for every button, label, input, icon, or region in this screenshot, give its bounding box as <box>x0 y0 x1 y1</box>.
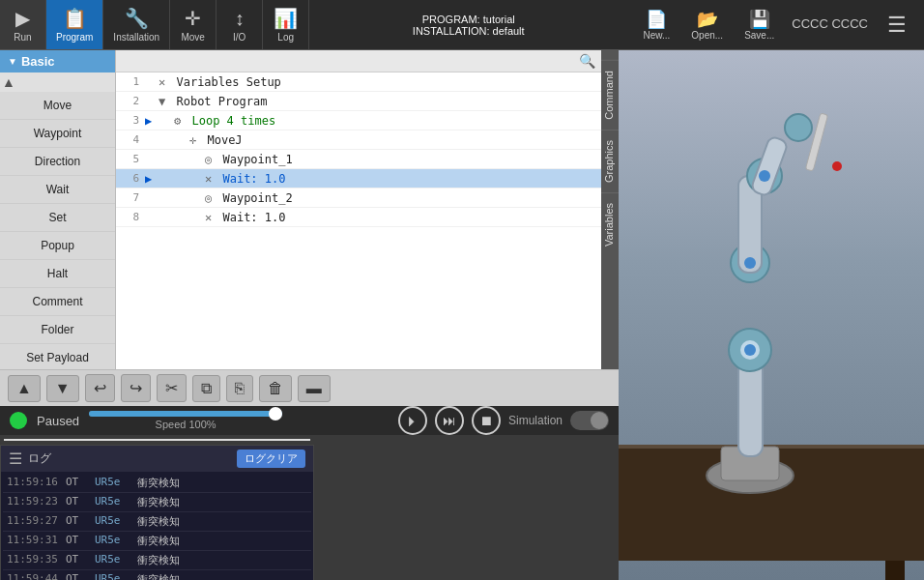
log-msg: 衝突検知 <box>137 572 180 580</box>
program-area: Basic ▲ Move Waypoint Direction Wait Set… <box>0 50 619 369</box>
log-time: 11:59:31 <box>7 534 60 548</box>
svg-point-12 <box>744 344 756 356</box>
new-button[interactable]: 📄 New... <box>635 5 678 44</box>
list-item: 11:59:23 OT UR5e 衝突検知 <box>3 493 311 512</box>
search-input[interactable] <box>122 54 579 68</box>
sidebar-item-waypoint[interactable]: Waypoint <box>0 120 115 148</box>
toolbar-installation-button[interactable]: 🔧 Installation <box>103 0 170 49</box>
open-button[interactable]: 📂 Open... <box>683 5 731 44</box>
open-icon: 📂 <box>697 9 718 30</box>
sidebar-item-move[interactable]: Move <box>0 92 115 120</box>
undo-button[interactable]: ↩ <box>85 374 115 402</box>
speed-thumb[interactable] <box>269 407 282 420</box>
log-clear-button[interactable]: ログクリア <box>237 450 305 468</box>
log-icon: 📊 <box>274 7 298 30</box>
log-src: UR5e <box>95 514 131 529</box>
move-icon: ✛ <box>185 7 201 30</box>
table-row[interactable]: 8 ✕ Wait: 1.0 <box>116 208 601 227</box>
program-icon: 📋 <box>63 7 87 30</box>
sidebar-header: Basic <box>0 50 115 72</box>
move-down-button[interactable]: ▼ <box>46 375 79 402</box>
stop-button[interactable]: ⏹ <box>472 406 501 435</box>
log-type: OT <box>66 572 89 580</box>
tab-graphics[interactable]: Graphics <box>601 130 619 192</box>
menu-button[interactable]: ☰ <box>878 13 916 38</box>
log-title: ログ <box>28 450 51 467</box>
toolbar-move-button[interactable]: ✛ Move <box>170 0 217 49</box>
io-label: I/O <box>233 32 245 43</box>
sim-toggle-thumb <box>591 412 608 429</box>
log-time: 11:59:44 <box>7 572 60 580</box>
sidebar-item-halt[interactable]: Halt <box>0 260 115 288</box>
toolbar-log-button[interactable]: 📊 Log <box>263 0 309 49</box>
copy-button[interactable]: ⧉ <box>192 375 220 402</box>
cut-button[interactable]: ✂ <box>157 374 187 402</box>
sidebar-scroll-up[interactable]: ▲ <box>0 72 115 92</box>
log-entries: 11:59:16 OT UR5e 衝突検知 11:59:23 OT UR5e 衝… <box>1 472 313 580</box>
move-label: Move <box>181 32 204 43</box>
log-type: OT <box>66 495 89 509</box>
status-indicator <box>10 412 27 429</box>
log-type: OT <box>66 514 89 529</box>
empty-area <box>4 439 310 441</box>
program-info: PROGRAM: tutorial INSTALLATION: default <box>309 0 627 49</box>
log-src: UR5e <box>95 534 131 548</box>
log-msg: 衝突検知 <box>137 534 180 548</box>
play-button[interactable]: ⏵ <box>398 406 427 435</box>
bottom-area: ☰ ログ ログクリア 11:59:16 OT UR5e 衝突検知 11:59:2… <box>0 435 619 580</box>
redo-button[interactable]: ↪ <box>121 374 151 402</box>
tab-command[interactable]: Command <box>601 60 619 130</box>
paste-button[interactable]: ⎘ <box>226 375 253 402</box>
sidebar-item-folder[interactable]: Folder <box>0 316 115 344</box>
installation-icon: 🔧 <box>125 7 149 30</box>
program-search: 🔍 <box>116 50 601 72</box>
tab-variables[interactable]: Variables <box>601 192 619 256</box>
toolbar-run-button[interactable]: ▶ Run <box>0 0 46 49</box>
toolbar: ▶ Run 📋 Program 🔧 Installation ✛ Move ↕ … <box>0 0 924 50</box>
sidebar-item-set-payload[interactable]: Set Payload <box>0 344 115 372</box>
simulation-label: Simulation <box>508 414 563 427</box>
table-row[interactable]: 5 ◎ Waypoint_1 <box>116 150 601 169</box>
log-time: 11:59:27 <box>7 514 60 529</box>
log-msg: 衝突検知 <box>137 476 180 490</box>
table-row[interactable]: 3 ▶ ⚙ Loop 4 times <box>116 111 601 130</box>
toolbar-program-button[interactable]: 📋 Program <box>46 0 103 49</box>
move-up-button[interactable]: ▲ <box>8 375 41 402</box>
speed-slider[interactable] <box>89 411 282 417</box>
io-icon: ↕ <box>235 8 245 30</box>
suppress-button[interactable]: ▬ <box>298 375 331 402</box>
skip-button[interactable]: ⏭ <box>435 406 464 435</box>
list-item: 11:59:27 OT UR5e 衝突検知 <box>3 512 311 532</box>
sidebar-item-direction[interactable]: Direction <box>0 148 115 176</box>
log-header: ☰ ログ ログクリア <box>1 446 313 472</box>
sidebar-item-wait[interactable]: Wait <box>0 176 115 204</box>
table-row[interactable]: 6 ▶ ✕ Wait: 1.0 <box>116 169 601 188</box>
toolbar-io-button[interactable]: ↕ I/O <box>217 0 263 49</box>
playback-controls: ⏵ ⏭ ⏹ Simulation <box>398 406 609 435</box>
sidebar-item-set[interactable]: Set <box>0 204 115 232</box>
delete-button[interactable]: 🗑 <box>259 375 292 402</box>
svg-point-11 <box>832 161 842 171</box>
search-icon[interactable]: 🔍 <box>579 53 595 69</box>
speed-label: Speed 100% <box>156 419 217 430</box>
save-icon: 💾 <box>749 9 770 30</box>
log-time: 11:59:23 <box>7 495 60 509</box>
list-item: 11:59:35 OT UR5e 衝突検知 <box>3 551 311 570</box>
status-text: Paused <box>37 414 79 428</box>
cccc-display: CCCC CCCC <box>788 15 872 33</box>
prog-toolbar: ▲ ▼ ↩ ↪ ✂ ⧉ ⎘ 🗑 ▬ <box>0 369 619 406</box>
table-row[interactable]: 2 ▼ Robot Program <box>116 92 601 111</box>
save-button[interactable]: 💾 Save... <box>736 5 782 44</box>
sidebar: Basic ▲ Move Waypoint Direction Wait Set… <box>0 50 116 369</box>
list-item: 11:59:31 OT UR5e 衝突検知 <box>3 532 311 551</box>
table-row[interactable]: 7 ◎ Waypoint_2 <box>116 188 601 208</box>
log-src: UR5e <box>95 495 131 509</box>
log-type: OT <box>66 534 89 548</box>
table-row[interactable]: 4 ✛ MoveJ <box>116 130 601 150</box>
speed-slider-container: Speed 100% <box>89 411 282 430</box>
log-label: Log <box>277 32 294 43</box>
table-row[interactable]: 1 ✕ Variables Setup <box>116 72 601 92</box>
sidebar-item-popup[interactable]: Popup <box>0 232 115 260</box>
sidebar-item-comment[interactable]: Comment <box>0 288 115 316</box>
simulation-toggle[interactable] <box>570 411 609 430</box>
